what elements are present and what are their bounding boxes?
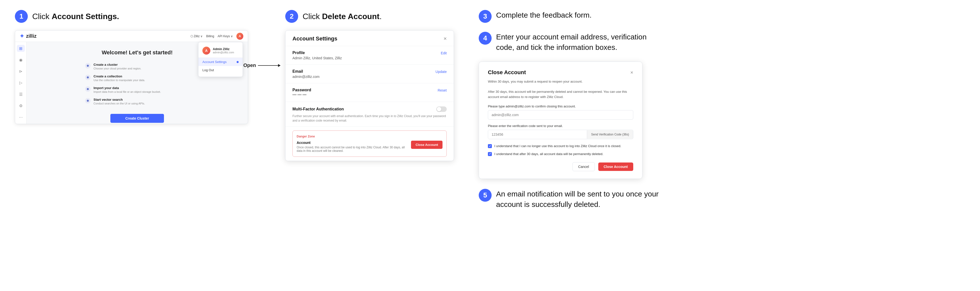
profile-row: Profile Admin Zilliz, United States, Zil… <box>285 46 453 65</box>
mfa-toggle[interactable] <box>436 107 447 112</box>
list-label-cluster: Create a cluster <box>94 63 142 67</box>
sidebar-icon-more[interactable]: ⋯ <box>17 114 25 121</box>
app-window: ✦ zilliz ⬡ Zilliz ∨ Billing API Keys ∨ A… <box>15 30 248 124</box>
ca-code-label: Please enter the verification code sent … <box>488 124 633 128</box>
step-2-badge: 2 <box>285 10 298 23</box>
list-desc-collection: Use the collection to manipulate your da… <box>94 79 145 82</box>
account-dropdown: A Admin Zilliz admin@zilliz.com Account … <box>198 42 243 77</box>
ca-modal-header: Close Account × <box>488 69 633 76</box>
dropdown-user-name: Admin Zilliz <box>213 48 234 51</box>
ca-close-account-button[interactable]: Close Account <box>598 162 633 171</box>
ca-checkbox-row-2: I understand that after 30 days, all acc… <box>488 151 633 157</box>
password-row: Password *** *** *** Reset <box>285 83 453 102</box>
step-4-title: Enter your account email address, verifi… <box>496 32 665 52</box>
step-4-item: 4 Enter your account email address, veri… <box>479 32 665 52</box>
create-cluster-button[interactable]: Create Cluster <box>110 114 164 123</box>
profile-label: Profile <box>293 51 342 55</box>
step-3-title: Complete the feedback form. <box>496 10 592 19</box>
mfa-title: Multi-Factor Authentication <box>293 107 344 111</box>
billing-btn[interactable]: Billing <box>206 35 214 38</box>
step-3-section: 3 Complete the feedback form. 4 Enter yo… <box>464 10 965 219</box>
zilliz-dropdown-btn[interactable]: ⬡ Zilliz ∨ <box>191 35 203 38</box>
modal-header: Account Settings × <box>285 30 453 46</box>
danger-account-desc: Once closed, this account cannot be used… <box>297 146 407 153</box>
dropdown-avatar: A <box>202 47 210 54</box>
ca-modal-close-btn[interactable]: × <box>630 70 633 75</box>
step-5-item: 5 An email notification will be sent to … <box>479 189 665 210</box>
topbar-avatar[interactable]: A <box>236 33 243 40</box>
ca-cancel-button[interactable]: Cancel <box>573 162 595 171</box>
mfa-row: Multi-Factor Authentication Further secu… <box>285 102 453 127</box>
sidebar-icon-data[interactable]: ▷ <box>17 80 25 86</box>
step-1-badge: 1 <box>15 10 28 23</box>
list-item-import: Import your data Import data from a loca… <box>85 86 189 93</box>
step-5-badge: 5 <box>479 189 492 202</box>
email-update-btn[interactable]: Update <box>436 69 447 74</box>
profile-edit-btn[interactable]: Edit <box>441 51 447 55</box>
ca-code-row: Send Verification Code (36s) <box>488 130 633 139</box>
step-4-badge: 4 <box>479 32 492 45</box>
list-desc-search: Conduct searches on the UI or using APIs… <box>94 102 145 105</box>
step-1-section: 1 Click Account Settings. ✦ zilliz ⬡ Zil… <box>15 10 275 124</box>
close-account-button[interactable]: Close Account <box>411 141 442 149</box>
list-icon-search <box>85 98 91 103</box>
list-icon-cluster <box>85 63 91 68</box>
ca-send-code-btn[interactable]: Send Verification Code (36s) <box>587 130 633 139</box>
email-row: Email admin@zilliz.com Update <box>285 65 453 83</box>
ca-modal-footer: Cancel Close Account <box>488 162 633 171</box>
app-logo-name: zilliz <box>26 33 37 39</box>
ca-code-input[interactable] <box>488 130 587 139</box>
list-icon-collection <box>85 75 91 80</box>
sidebar-icon-search[interactable]: ⊳ <box>17 68 25 75</box>
sidebar-icon-collection[interactable]: ☰ <box>17 91 25 98</box>
sidebar-icon-cluster[interactable]: ◉ <box>17 56 25 63</box>
step-3-badge: 3 <box>479 10 492 23</box>
step-2-title: Click Delete Account. <box>302 12 382 21</box>
email-value: admin@zilliz.com <box>293 75 320 79</box>
danger-row: Account Once closed, this account cannot… <box>297 141 442 153</box>
step-1-title: Click Account Settings. <box>32 12 119 21</box>
list-label-collection: Create a collection <box>94 75 145 78</box>
profile-value: Admin Zilliz, United States, Zilliz <box>293 56 342 60</box>
step-2-header: 2 Click Delete Account. <box>285 10 382 23</box>
modal-close-button[interactable]: × <box>444 35 447 42</box>
password-value: *** *** *** <box>293 93 311 97</box>
ca-checkbox-2-text: I understand that after 30 days, all acc… <box>494 151 603 157</box>
open-label: Open <box>243 62 256 68</box>
app-sidebar: ⊞ ◉ ⊳ ▷ ☰ ⚙ ⋯ <box>15 42 27 124</box>
list-desc-import: Import data from a local file or an obje… <box>94 90 161 93</box>
list-desc-cluster: Choose your cloud provider and region. <box>94 67 142 70</box>
sidebar-icon-settings[interactable]: ⚙ <box>17 102 25 109</box>
email-label: Email <box>293 69 320 74</box>
sidebar-icon-home[interactable]: ⊞ <box>17 45 25 52</box>
welcome-title: Welcome! Let's get started! <box>102 49 173 56</box>
danger-zone: Danger Zone Account Once closed, this ac… <box>293 130 447 157</box>
ca-modal-desc2: After 30 days, this account will be perm… <box>488 89 633 100</box>
dropdown-user-email: admin@zilliz.com <box>213 51 234 54</box>
topbar-right: ⬡ Zilliz ∨ Billing API Keys ∨ A <box>191 33 243 40</box>
app-titlebar: ✦ zilliz ⬡ Zilliz ∨ Billing API Keys ∨ A <box>15 30 248 42</box>
list-label-search: Start vector search <box>94 98 145 102</box>
password-reset-btn[interactable]: Reset <box>438 88 447 92</box>
list-item-search: Start vector search Conduct searches on … <box>85 98 189 105</box>
account-settings-item[interactable]: Account Settings <box>199 58 243 66</box>
logout-item[interactable]: Log Out <box>199 66 243 74</box>
close-account-modal: Close Account × Within 30 days, you may … <box>479 62 643 179</box>
step-2-section: 2 Click Delete Account. Account Settings… <box>275 10 464 161</box>
ca-email-input[interactable] <box>488 110 633 119</box>
open-arrow: Open <box>243 62 280 68</box>
ca-modal-desc1: Within 30 days, you may submit a request… <box>488 79 633 84</box>
ca-checkbox-2[interactable] <box>488 152 492 156</box>
ca-modal-title: Close Account <box>488 69 526 76</box>
ca-email-label: Please type admin@zilliz.com to confirm … <box>488 105 633 108</box>
list-item-cluster: Create a cluster Choose your cloud provi… <box>85 63 189 70</box>
list-item-collection: Create a collection Use the collection t… <box>85 75 189 82</box>
logo-star-icon: ✦ <box>20 33 24 40</box>
ca-checkbox-1[interactable] <box>488 144 492 148</box>
ca-checkbox-row-1: I understand that I can no longer use th… <box>488 144 633 149</box>
mfa-description: Further secure your account with email a… <box>293 114 447 123</box>
password-label: Password <box>293 88 311 92</box>
api-keys-btn[interactable]: API Keys ∨ <box>218 35 233 38</box>
list-icon-import <box>85 86 91 92</box>
step-3-item: 3 Complete the feedback form. <box>479 10 592 23</box>
